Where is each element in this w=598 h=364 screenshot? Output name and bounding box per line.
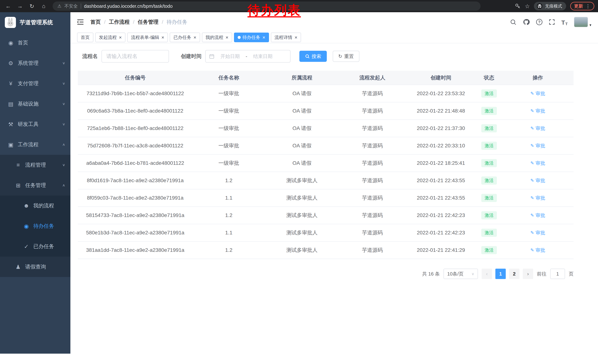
approve-link[interactable]: ✎审批 bbox=[530, 230, 545, 236]
url-text[interactable]: dashboard.yudao.iocoder.cn/bpm/task/todo bbox=[84, 4, 173, 9]
avatar bbox=[574, 17, 588, 27]
tab-item-1[interactable]: 发起流程× bbox=[95, 32, 125, 42]
sidebar-item-task-management[interactable]: ⊞任务管理∧ bbox=[0, 175, 70, 195]
tab-item-0[interactable]: 首页 bbox=[77, 32, 93, 42]
sidebar-item-payment[interactable]: ¥支付管理∨ bbox=[0, 73, 70, 94]
chevron-down-icon: ∨ bbox=[62, 102, 65, 106]
page-button-2[interactable]: 2 bbox=[509, 269, 519, 279]
approve-link[interactable]: ✎审批 bbox=[530, 143, 545, 149]
task-name-cell: 一级审批 bbox=[193, 102, 265, 120]
sidebar: 芋道管理系统 ◉首页⚙系统管理∨¥支付管理∨▤基础设施∨⚒研发工具∨▣工作流程∧… bbox=[0, 12, 70, 354]
chrome-actions: ☆ 无痕模式 更新 ⋮ bbox=[515, 2, 594, 10]
update-button[interactable]: 更新 ⋮ bbox=[570, 2, 594, 10]
sidebar-item-infrastructure[interactable]: ▤基础设施∨ bbox=[0, 94, 70, 114]
create-time-cell: 2022-01-22 18:25:41 bbox=[406, 154, 476, 172]
close-icon[interactable]: × bbox=[263, 35, 265, 40]
sidebar-item-label: 工作流程 bbox=[18, 141, 39, 148]
task-id-cell: 8f059c03-7ac8-11ec-a9e2-a2380e71991a bbox=[78, 189, 193, 207]
status-cell: 激活 bbox=[476, 207, 502, 224]
approve-link[interactable]: ✎审批 bbox=[530, 108, 545, 114]
search-button[interactable]: 搜索 bbox=[299, 51, 327, 62]
sidebar-item-my-process[interactable]: ☻我的流程 bbox=[0, 195, 70, 216]
close-icon[interactable]: × bbox=[226, 35, 228, 40]
end-date-input[interactable] bbox=[249, 54, 277, 59]
tab-item-3[interactable]: 已办任务× bbox=[170, 32, 200, 42]
menu-fold-icon[interactable] bbox=[77, 19, 84, 25]
breadcrumb-item[interactable]: 任务管理 bbox=[138, 18, 158, 25]
close-icon[interactable]: × bbox=[295, 35, 297, 40]
tab-item-6[interactable]: 流程详情× bbox=[271, 32, 301, 42]
fontsize-small-glyph: T bbox=[565, 22, 568, 26]
reset-button[interactable]: ↻ 重置 bbox=[333, 51, 359, 62]
close-icon[interactable]: × bbox=[161, 35, 164, 40]
sidebar-item-leave-query[interactable]: ♟请假查询 bbox=[0, 257, 70, 277]
edit-icon: ✎ bbox=[530, 161, 534, 166]
sidebar-item-todo-task[interactable]: ◉待办任务 bbox=[0, 216, 70, 236]
github-icon[interactable] bbox=[523, 18, 530, 26]
help-icon[interactable]: ? bbox=[536, 18, 542, 26]
create-time-cell: 2022-01-21 22:41:29 bbox=[406, 242, 476, 259]
column-header: 所属流程 bbox=[265, 71, 339, 85]
next-page-button[interactable]: › bbox=[523, 269, 533, 279]
approve-label: 审批 bbox=[536, 143, 545, 149]
approve-link[interactable]: ✎审批 bbox=[530, 90, 545, 97]
forward-icon[interactable]: → bbox=[16, 2, 25, 11]
sidebar-item-system[interactable]: ⚙系统管理∨ bbox=[0, 53, 70, 73]
back-icon[interactable]: ← bbox=[4, 2, 13, 11]
tab-label: 发起流程 bbox=[99, 34, 117, 40]
page-size-select[interactable]: 10条/页 ∨ bbox=[443, 269, 478, 279]
tab-item-5[interactable]: 待办任务× bbox=[234, 32, 269, 42]
status-cell: 激活 bbox=[476, 85, 502, 102]
sidebar-item-home[interactable]: ◉首页 bbox=[0, 32, 70, 53]
menu-dots-icon[interactable]: ⋮ bbox=[586, 3, 590, 9]
approve-link[interactable]: ✎审批 bbox=[530, 212, 545, 219]
sidebar-item-done-task[interactable]: ✓已办任务 bbox=[0, 236, 70, 257]
close-icon[interactable]: × bbox=[193, 35, 196, 40]
status-cell: 激活 bbox=[476, 224, 502, 242]
tab-item-4[interactable]: 我的流程× bbox=[202, 32, 232, 42]
calendar-icon bbox=[209, 54, 215, 59]
breadcrumb-item[interactable]: 首页 bbox=[91, 18, 101, 25]
edit-icon: ✎ bbox=[530, 230, 534, 235]
process-name-input[interactable] bbox=[101, 50, 169, 63]
todo-table: 任务编号任务名称所属流程流程发起人创建时间状态操作 73211d9d-7b9b-… bbox=[78, 71, 573, 259]
goto-page-input[interactable] bbox=[550, 269, 565, 279]
approve-link[interactable]: ✎审批 bbox=[530, 125, 545, 132]
filter-bar: 流程名 创建时间 - 搜索 bbox=[78, 50, 573, 63]
font-size-icon[interactable]: TT bbox=[561, 18, 568, 26]
bookmark-star-icon[interactable]: ☆ bbox=[525, 3, 530, 9]
logo-image bbox=[5, 17, 16, 28]
approve-link[interactable]: ✎审批 bbox=[530, 160, 545, 166]
action-cell: ✎审批 bbox=[502, 242, 573, 259]
reset-button-label: 重置 bbox=[344, 53, 354, 60]
home-icon[interactable]: ⌂ bbox=[39, 2, 48, 11]
breadcrumb-item[interactable]: 工作流程 bbox=[109, 18, 130, 25]
date-range-picker[interactable]: - bbox=[205, 50, 291, 63]
security-label[interactable]: 不安全 bbox=[65, 3, 78, 9]
approve-link[interactable]: ✎审批 bbox=[530, 195, 545, 201]
start-date-input[interactable] bbox=[216, 54, 244, 59]
page-button-1[interactable]: 1 bbox=[495, 269, 506, 279]
approve-label: 审批 bbox=[536, 177, 545, 184]
approve-link[interactable]: ✎审批 bbox=[530, 177, 545, 184]
logo-row[interactable]: 芋道管理系统 bbox=[0, 12, 70, 32]
user-menu[interactable]: ▾ bbox=[574, 17, 591, 27]
process-cell: OA 请假 bbox=[265, 85, 339, 102]
reload-icon[interactable]: ↻ bbox=[27, 2, 36, 11]
breadcrumb-item[interactable]: 待办任务 bbox=[166, 18, 187, 25]
help-glyph: ? bbox=[536, 19, 542, 25]
status-badge: 激活 bbox=[481, 107, 497, 115]
fullscreen-icon[interactable] bbox=[549, 18, 555, 26]
sidebar-item-workflow[interactable]: ▣工作流程∧ bbox=[0, 134, 70, 155]
action-cell: ✎审批 bbox=[502, 224, 573, 242]
task-id-cell: 725a1eb6-7b88-11ec-8ef0-acde48001122 bbox=[78, 120, 193, 137]
column-header: 任务名称 bbox=[193, 71, 265, 85]
sidebar-item-devtools[interactable]: ⚒研发工具∨ bbox=[0, 114, 70, 134]
prev-page-button[interactable]: ‹ bbox=[482, 269, 492, 279]
sidebar-item-process-management[interactable]: ≡流程管理∨ bbox=[0, 155, 70, 175]
search-icon[interactable] bbox=[510, 18, 516, 26]
approve-link[interactable]: ✎审批 bbox=[530, 247, 545, 253]
tab-item-2[interactable]: 流程表单-编辑× bbox=[127, 32, 168, 42]
key-icon[interactable] bbox=[515, 2, 521, 10]
close-icon[interactable]: × bbox=[119, 35, 122, 40]
